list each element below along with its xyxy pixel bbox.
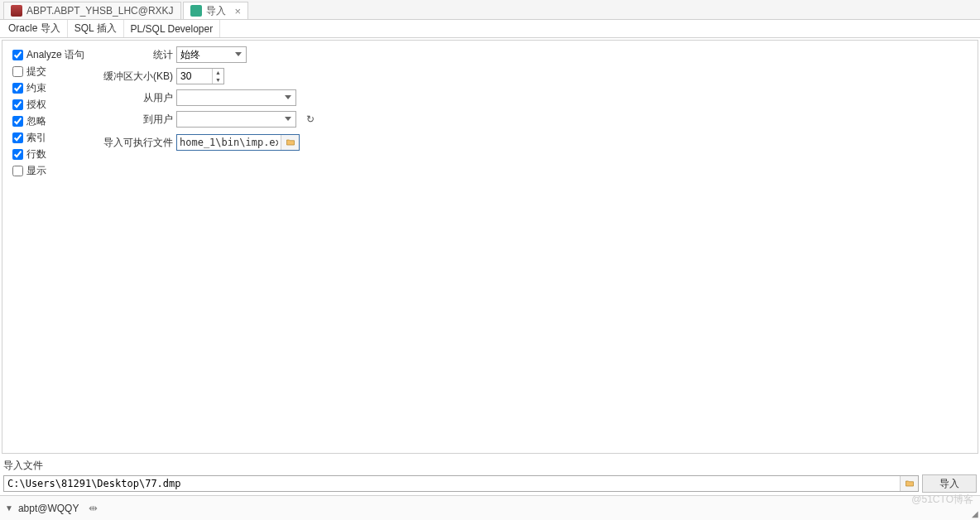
chk-rows[interactable]: 行数 <box>12 147 84 161</box>
options-checklist: Analyze 语句 提交 约束 授权 忽略 索引 行数 显示 <box>12 47 84 178</box>
chk-grant[interactable]: 授权 <box>12 97 84 112</box>
resize-handle-icon[interactable]: ◢ <box>972 509 978 518</box>
tab-label: 导入 <box>206 4 226 18</box>
chk-show[interactable]: 显示 <box>12 163 84 178</box>
import-file-label: 导入文件 <box>3 459 977 473</box>
import-file-input[interactable] <box>4 476 900 491</box>
status-bar: ▼ abpt@WQQY ⇹ <box>0 495 980 520</box>
subtab-plsql-developer[interactable]: PL/SQL Developer <box>124 20 221 37</box>
subtab-oracle-import[interactable]: Oracle 导入 <box>2 20 68 37</box>
chk-index-box[interactable] <box>12 132 23 143</box>
form-fields: 统计 始终 缓冲区大小(KB) ▲▼ 从用户 到用户 ↻ 导入可执行文件 <box>85 46 315 155</box>
folder-icon <box>286 137 295 147</box>
chk-commit[interactable]: 提交 <box>12 64 84 79</box>
to-user-combo[interactable] <box>176 111 296 128</box>
spin-down-icon[interactable]: ▼ <box>213 76 223 84</box>
exec-label: 导入可执行文件 <box>85 136 176 150</box>
status-connection: abpt@WQQY <box>18 503 79 514</box>
buffer-label: 缓冲区大小(KB) <box>85 70 176 84</box>
buffer-spin-buttons[interactable]: ▲▼ <box>212 69 223 84</box>
exec-field <box>176 134 300 151</box>
sub-tabs: Oracle 导入 SQL 插入 PL/SQL Developer <box>0 20 980 38</box>
stats-select[interactable]: 始终 <box>176 46 247 63</box>
content-area: Analyze 语句 提交 约束 授权 忽略 索引 行数 显示 统计 始终 缓冲… <box>2 40 978 454</box>
stats-label: 统计 <box>85 48 176 62</box>
import-icon <box>190 5 202 17</box>
import-button[interactable]: 导入 <box>922 474 977 493</box>
close-icon[interactable]: × <box>235 5 242 17</box>
subtab-sql-insert[interactable]: SQL 插入 <box>68 20 124 37</box>
chk-rows-box[interactable] <box>12 149 23 160</box>
import-file-panel: 导入文件 导入 <box>3 459 977 492</box>
chk-commit-box[interactable] <box>12 66 23 77</box>
chk-grant-box[interactable] <box>12 99 23 110</box>
chk-index[interactable]: 索引 <box>12 130 84 145</box>
file-input-wrap <box>3 475 919 492</box>
tab-label: ABPT.ABPT_YHSB_LHC@RXKJ <box>26 5 174 17</box>
chk-analyze-box[interactable] <box>12 50 23 60</box>
tab-import[interactable]: 导入 × <box>183 2 249 19</box>
file-browse-button[interactable] <box>900 476 918 491</box>
chk-constraint[interactable]: 约束 <box>12 80 84 95</box>
watermark: @51CTO博客 <box>911 493 973 507</box>
status-menu-icon[interactable]: ▼ <box>5 503 13 513</box>
spin-up-icon[interactable]: ▲ <box>213 69 223 76</box>
chk-analyze[interactable]: Analyze 语句 <box>12 47 84 62</box>
chk-ignore-box[interactable] <box>12 116 23 127</box>
chk-ignore[interactable]: 忽略 <box>12 113 84 128</box>
folder-icon <box>905 479 915 489</box>
chk-constraint-box[interactable] <box>12 83 23 94</box>
document-tabs: ABPT.ABPT_YHSB_LHC@RXKJ 导入 × <box>0 0 980 20</box>
from-user-combo[interactable] <box>176 89 296 106</box>
exec-input[interactable] <box>177 135 281 150</box>
refresh-icon[interactable]: ↻ <box>306 113 315 125</box>
to-user-label: 到用户 <box>85 113 176 127</box>
exec-browse-button[interactable] <box>281 135 299 150</box>
buffer-spinner[interactable]: ▲▼ <box>176 68 224 84</box>
tab-abpt[interactable]: ABPT.ABPT_YHSB_LHC@RXKJ <box>3 2 181 19</box>
pin-icon[interactable]: ⇹ <box>89 502 98 514</box>
database-icon <box>11 5 22 17</box>
from-user-label: 从用户 <box>85 91 176 105</box>
chk-show-box[interactable] <box>12 166 23 176</box>
